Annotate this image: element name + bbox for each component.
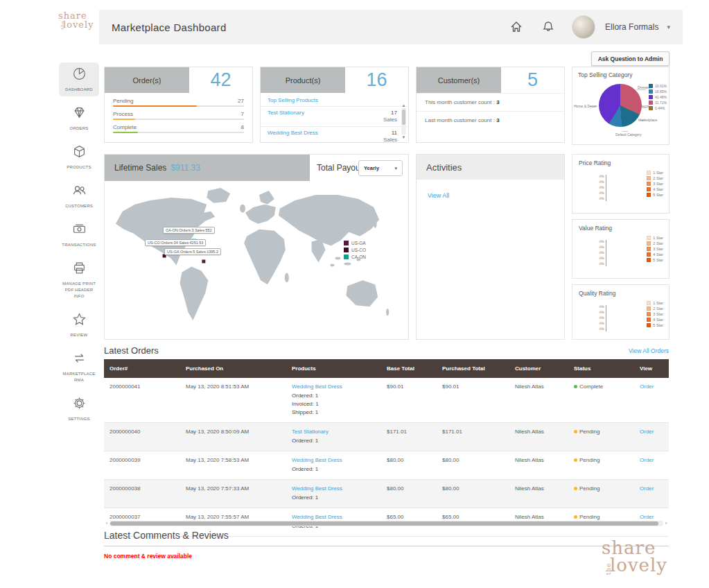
value-rating-axis: 0%0%0%0%0% — [590, 239, 604, 266]
map-tooltip-us-ga: US-GA:Orders:5 Sales:1395.2 — [164, 248, 221, 255]
scroll-up-icon[interactable]: ▲ — [402, 103, 406, 107]
table-row: 2000000040 May 13, 2020 8:50:09 AM Test … — [104, 423, 669, 451]
scroll-left-icon[interactable]: ‹ — [104, 520, 110, 526]
customers-card: Customer(s) 5 This month customer count … — [416, 67, 565, 143]
total-payout-label: Total Payout — [317, 163, 362, 173]
printer-icon — [72, 261, 87, 278]
category-pie — [599, 84, 642, 127]
sidebar: DASHBOARD ORDERS PRODUCTS CUSTOMERS TRAN… — [58, 62, 100, 431]
review-star-icon — [72, 312, 87, 329]
notifications-bell-icon[interactable] — [541, 20, 555, 34]
top-product-item: Wedding Best Dress 11Sales — [261, 126, 408, 146]
complete-bar — [113, 132, 138, 133]
transactions-money-icon — [72, 222, 87, 239]
orders-card: Order(s) 42 Pending27 Process7 Complete8 — [104, 67, 253, 143]
top-selling-category-title: Top Selling Category — [572, 67, 669, 80]
scroll-thumb[interactable] — [110, 521, 658, 526]
scroll-thumb[interactable] — [402, 110, 405, 125]
quality-rating-panel: Quality Rating 0%0%0%0%0% 1 Star 2 Star … — [572, 284, 669, 340]
lifetime-sales-value: $911.33 — [170, 163, 200, 173]
top-product-item: Test Stationary 17Sales — [261, 106, 408, 126]
customers-people-icon — [72, 183, 87, 200]
orders-gem-icon — [72, 105, 87, 123]
process-bar — [113, 119, 135, 120]
sidebar-item-products[interactable]: PRODUCTS — [59, 140, 99, 174]
table-header-row: Order# Purchased On Products Base Total … — [104, 359, 669, 378]
table-horizontal-scrollbar[interactable]: ‹ › — [104, 520, 669, 526]
user-name: Ellora Formals — [605, 22, 658, 32]
orders-process-row: Process7 — [113, 111, 244, 120]
top-selling-category-panel: Top Selling Category Dresses Decor Marke… — [572, 67, 669, 145]
status-badge: Complete — [579, 383, 603, 390]
status-badge: Pending — [579, 429, 599, 435]
price-rating-axis: 0%0%0%0%0% — [590, 173, 604, 201]
orders-card-count: 42 — [189, 67, 252, 93]
status-badge: Pending — [579, 485, 599, 492]
header-bar: Marketplace Dashboard Ellora Formals ▾ — [99, 10, 683, 44]
last-month-customer-count: Last month customer count : 3 — [417, 111, 564, 129]
latest-orders-table: Order# Purchased On Products Base Total … — [104, 359, 669, 537]
orders-complete-row: Complete8 — [113, 124, 244, 133]
status-dot — [574, 430, 577, 433]
product-link[interactable]: Wedding Best Dress — [292, 485, 342, 492]
view-order-link[interactable]: Order — [640, 485, 654, 492]
product-link[interactable]: Wedding Best Dress — [292, 514, 342, 520]
view-order-link[interactable]: Order — [640, 457, 654, 463]
view-order-link[interactable]: Order — [640, 383, 654, 390]
product-link[interactable]: Wedding Best Dress — [292, 383, 342, 390]
pending-bar — [113, 105, 197, 107]
view-order-link[interactable]: Order — [640, 429, 654, 435]
pie-label-marketplace: Marketplace — [638, 118, 657, 122]
top-selling-products-link[interactable]: Top Selling Products — [261, 93, 408, 106]
products-card-title: Product(s) — [261, 67, 345, 93]
customers-card-title: Customer(s) — [417, 67, 501, 93]
rma-exchange-arrows-icon — [72, 351, 87, 368]
sidebar-item-marketplace-rma[interactable]: MARKETPLACE RMA — [59, 347, 99, 387]
settings-gear-icon — [72, 396, 87, 413]
sidebar-item-settings[interactable]: SETTINGS — [59, 392, 99, 426]
scroll-down-icon[interactable]: ▼ — [402, 135, 406, 139]
footer-brand-logo: share thelovely — [602, 539, 667, 573]
sidebar-item-transactions[interactable]: TRANSACTIONS — [59, 218, 99, 252]
page-title: Marketplace Dashboard — [112, 21, 227, 33]
products-cube-icon — [72, 144, 87, 162]
status-dot — [574, 458, 577, 462]
map-marker-us-ga[interactable] — [202, 260, 205, 263]
period-select[interactable]: Yearly ▾ — [358, 160, 403, 176]
customers-card-count: 5 — [501, 67, 564, 93]
sidebar-item-dashboard[interactable]: DASHBOARD — [59, 62, 99, 96]
no-comments-message: No comment & review available — [104, 553, 192, 560]
sales-world-map: CA-ON:Orders:3 Sales:552 US-CO:Orders:34… — [105, 181, 408, 338]
table-row: 2000000039 May 13, 2020 7:58:53 AM Weddi… — [104, 451, 669, 480]
product-link[interactable]: Wedding Best Dress — [292, 457, 342, 463]
status-badge: Pending — [579, 457, 599, 463]
sidebar-item-review[interactable]: REVIEW — [59, 308, 99, 342]
brand-logo: share thelovely — [58, 11, 94, 29]
home-icon[interactable] — [509, 20, 523, 34]
table-row: 2000000041 May 13, 2020 8:51:53 AM Weddi… — [104, 378, 669, 423]
view-order-link[interactable]: Order — [640, 514, 654, 520]
activities-title: Activities — [417, 155, 564, 180]
pie-label-decor: Decor — [640, 104, 649, 108]
brand-logo-line2: lovely — [63, 20, 94, 29]
scroll-right-icon[interactable]: › — [663, 520, 669, 526]
products-scrollbar[interactable]: ▲ ▼ — [401, 103, 407, 139]
view-all-orders-link[interactable]: View All Orders — [629, 347, 669, 354]
user-menu-chevron-icon[interactable]: ▾ — [667, 24, 670, 31]
status-dot — [574, 515, 577, 519]
star-legend: 1 Star 2 Star 3 Star 4 Star 5 Star — [647, 171, 663, 198]
ask-question-to-admin-button[interactable]: Ask Question to Admin — [591, 51, 669, 66]
sidebar-item-customers[interactable]: CUSTOMERS — [59, 179, 99, 213]
activities-view-all-link[interactable]: View All — [417, 180, 449, 199]
latest-comments-reviews-title: Latest Comments & Reviews — [104, 530, 669, 546]
status-badge: Pending — [579, 514, 599, 520]
pie-label-home-decor: Home & Decor — [574, 104, 597, 108]
product-link[interactable]: Test Stationary — [292, 429, 329, 435]
brand-logo-the: the — [60, 25, 64, 30]
latest-orders-title: Latest Orders — [104, 345, 159, 356]
sidebar-item-orders[interactable]: ORDERS — [59, 101, 99, 135]
table-row: 2000000038 May 13, 2020 7:57:33 AM Weddi… — [104, 480, 669, 508]
sidebar-item-manage-print-pdf-header-info[interactable]: MANAGE PRINT PDF HEADER INFO — [59, 257, 99, 303]
user-avatar[interactable] — [572, 15, 595, 39]
products-card-count: 16 — [345, 67, 408, 93]
